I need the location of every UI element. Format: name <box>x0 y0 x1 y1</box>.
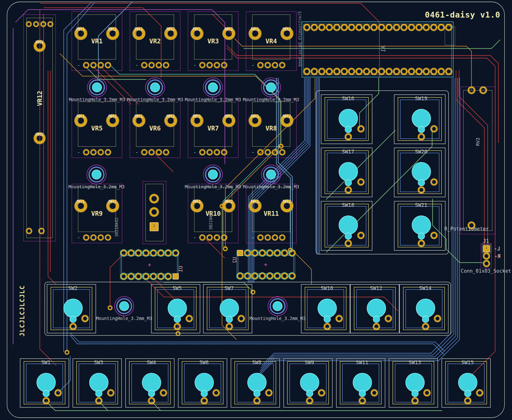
pot-pad-VR7-4[interactable] <box>221 149 227 155</box>
pot-pad-VR8-1[interactable] <box>257 149 263 155</box>
ic-U1-pad-b3[interactable] <box>143 273 149 280</box>
vr12-pad-top-3[interactable] <box>41 21 46 27</box>
pot-pad-VR2-3[interactable] <box>156 62 162 68</box>
ic-U2-pad-b4[interactable] <box>267 273 273 279</box>
switch-SW16-ref-label[interactable]: SW16 <box>342 96 354 101</box>
ic-U2-pad-t5[interactable] <box>274 250 281 256</box>
pot-pad-VR11-3[interactable] <box>272 234 278 240</box>
mounting-hole-1-label[interactable]: MountingHole_3.2mm_M3 <box>69 97 125 102</box>
board-title-text[interactable]: 0461-daisy v1.0 <box>425 10 500 19</box>
daisy-seed-module-tag-text[interactable]: Electrosmith_Daisy_Seed <box>297 11 302 66</box>
pot-pad-VR7-1[interactable] <box>199 149 205 155</box>
pot-mh2-label-VR11[interactable]: MH2 <box>283 199 291 204</box>
pot-pad-VR6-1[interactable] <box>141 149 147 155</box>
switch-SW14-ref-label[interactable]: SW14 <box>419 285 432 291</box>
pot-mh1-label-VR10[interactable]: MH1 <box>193 199 201 204</box>
mounting-hole-5-label[interactable]: MountingHole_3.2mm_M3 <box>68 184 125 189</box>
pot-pad-VR6-2[interactable] <box>148 149 155 155</box>
ic-U1-pad-b1[interactable] <box>128 273 134 280</box>
pot-pad-VR9-2[interactable] <box>90 234 96 240</box>
pot-mh2-label-VR8[interactable]: MH2 <box>283 113 291 119</box>
switch-SW18-ref-label[interactable]: SW18 <box>342 202 354 208</box>
switch-SW4-ref-label[interactable]: SW4 <box>147 360 156 365</box>
ic-U1-pad-t6[interactable] <box>165 250 171 256</box>
mounting-hole-3-label[interactable]: MountingHole_3.2mm_M3 <box>185 97 241 102</box>
ic-U1-pad-t5[interactable] <box>158 250 164 256</box>
pot-pad-VR5-3[interactable] <box>98 149 104 155</box>
vr12-mh2-label[interactable]: MH2 <box>36 132 44 137</box>
mounting-hole-2-label[interactable]: MountingHole_3.2mm_M3 <box>127 97 183 102</box>
pot-mh1-label-VR11[interactable]: MH1 <box>251 199 259 204</box>
pot-mh2-label-VR9[interactable]: MH2 <box>108 199 117 204</box>
pot-pad-VR10-2[interactable] <box>207 234 213 240</box>
ic-U1-pad-t3[interactable] <box>143 250 149 256</box>
pot-pad-VR6-3[interactable] <box>156 149 162 155</box>
switch-SW13-ref-label[interactable]: SW13 <box>409 360 421 365</box>
pot-mh2-label-VR7[interactable]: MH2 <box>225 113 233 119</box>
pot-pad-VR9-3[interactable] <box>98 234 104 240</box>
ic-U2-pad-b0[interactable] <box>237 273 243 279</box>
pot-pad-VR10-4[interactable] <box>221 234 227 240</box>
pot-pad-VR2-1[interactable] <box>141 62 147 68</box>
switch-SW17-ref-label[interactable]: SW17 <box>342 149 354 155</box>
pot-pad-VR11-1[interactable] <box>257 234 263 240</box>
ic-U2-pad-t6[interactable] <box>281 250 288 256</box>
pot-pad-VR4-4[interactable] <box>279 62 285 68</box>
switch-SW15-ref-label[interactable]: SW15 <box>461 360 474 365</box>
pot-pad-VR10-3[interactable] <box>214 234 220 240</box>
pot-pad-VR8-4[interactable] <box>279 149 285 155</box>
pot-mh1-label-VR1[interactable]: MH1 <box>77 26 85 32</box>
pot-pad-VR10-1[interactable] <box>199 234 205 240</box>
ic-U1-pad-b6[interactable] <box>165 273 171 280</box>
pot-ref-label-VR9[interactable]: VR9 <box>91 210 103 217</box>
ic-U1-ref-label[interactable]: U1 <box>178 266 184 272</box>
switch-SW19-ref-label[interactable]: SW19 <box>415 96 427 101</box>
pot-mh2-label-VR1[interactable]: MH2 <box>108 26 117 32</box>
switch-SW7-ref-label[interactable]: SW7 <box>224 285 234 291</box>
pot-ref-label-VR3[interactable]: VR3 <box>208 38 219 45</box>
ic-U2-pad-b1[interactable] <box>244 273 251 279</box>
switch-SW20-ref-label[interactable]: SW20 <box>415 149 427 155</box>
switch-SW5-ref-label[interactable]: SW5 <box>172 285 182 291</box>
pot-pad-VR1-3[interactable] <box>98 62 104 68</box>
ic-U2-pad-b7[interactable] <box>289 273 295 279</box>
ic-U2-pad-t3[interactable] <box>259 250 266 256</box>
pot-mh1-label-VR7[interactable]: MH1 <box>193 113 201 119</box>
switch-SW1-ref-label[interactable]: SW1 <box>41 360 51 365</box>
vr12-pad-bot-1[interactable] <box>26 228 32 234</box>
pot-pad-VR3-1[interactable] <box>199 62 205 68</box>
pot-ref-label-VR6[interactable]: VR6 <box>149 125 161 132</box>
mounting-hole-4-label[interactable]: MountingHole_3.2mm_M3 <box>243 97 299 102</box>
pot-pad-VR5-1[interactable] <box>83 149 89 155</box>
ic-U2-ref-label[interactable]: U2 <box>232 257 237 263</box>
vr12-mh1-label[interactable]: MH1 <box>36 40 44 45</box>
pot-mh2-label-VR4[interactable]: MH2 <box>283 26 291 32</box>
rv2-ref-label[interactable]: RV2 <box>475 137 481 146</box>
pot-pad-VR1-2[interactable] <box>90 62 96 68</box>
switch-SW10-ref-label[interactable]: SW10 <box>321 285 333 291</box>
switch-SW6-ref-label[interactable]: SW6 <box>199 360 209 365</box>
pot-mh1-label-VR4[interactable]: MH1 <box>251 26 259 32</box>
switch-SW12-ref-label[interactable]: SW12 <box>370 285 382 291</box>
pot-pad-VR5-4[interactable] <box>105 149 111 155</box>
switch-SW8-ref-label[interactable]: SW8 <box>252 360 261 365</box>
vr12-pad-top-2[interactable] <box>33 21 39 27</box>
ic-U2-pad-t7[interactable] <box>289 250 295 256</box>
pot-pad-VR2-2[interactable] <box>148 62 155 68</box>
pot-ref-label-VR1[interactable]: VR1 <box>91 38 103 45</box>
pot-mh2-label-VR6[interactable]: MH2 <box>167 113 175 119</box>
ic-U1-pad-t7[interactable] <box>172 250 179 256</box>
rv2-value-label[interactable]: R_Potentiometer <box>444 226 489 232</box>
ic-U1-pad-t0[interactable] <box>120 250 127 256</box>
pot-pad-VR6-4[interactable] <box>163 149 169 155</box>
pot-mh1-label-VR6[interactable]: MH1 <box>135 113 143 119</box>
ic-U1-pad-b5[interactable] <box>158 273 164 280</box>
pot-pad-VR3-3[interactable] <box>214 62 220 68</box>
vr12-pad-top-4[interactable] <box>48 21 53 27</box>
ic-U2-pad-t1[interactable] <box>244 250 251 256</box>
pot-ref-label-VR8[interactable]: VR8 <box>266 125 277 132</box>
pot-ref-label-VR7[interactable]: VR7 <box>208 125 219 132</box>
ic-U1-pad-t4[interactable] <box>150 250 157 256</box>
pot-pad-VR3-4[interactable] <box>221 62 227 68</box>
switch-SW9-ref-label[interactable]: SW9 <box>305 360 314 365</box>
